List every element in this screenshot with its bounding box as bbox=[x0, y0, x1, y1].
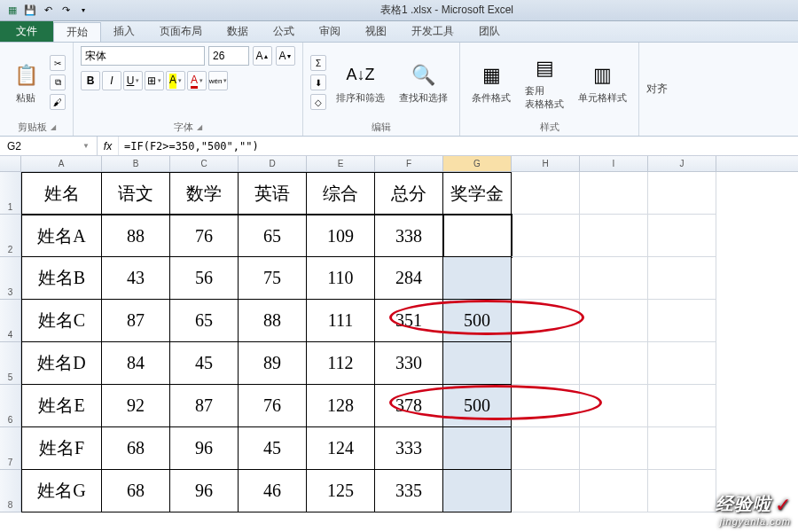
cell[interactable] bbox=[512, 385, 580, 427]
font-name-select[interactable] bbox=[81, 46, 205, 66]
cell[interactable]: 96 bbox=[170, 470, 239, 512]
cell[interactable] bbox=[648, 300, 716, 342]
cell[interactable] bbox=[580, 427, 648, 470]
cell[interactable]: 87 bbox=[102, 300, 170, 342]
cell[interactable]: 76 bbox=[239, 385, 307, 427]
cell[interactable]: 45 bbox=[170, 342, 239, 385]
tab-file[interactable]: 文件 bbox=[0, 21, 53, 42]
col-header[interactable]: C bbox=[170, 156, 239, 171]
col-header[interactable]: H bbox=[512, 156, 580, 171]
cell[interactable]: 500 bbox=[443, 300, 512, 342]
cell[interactable]: 语文 bbox=[102, 172, 170, 215]
cell[interactable] bbox=[648, 385, 716, 427]
cell[interactable] bbox=[580, 172, 648, 215]
bold-button[interactable]: B bbox=[81, 71, 100, 90]
cell[interactable] bbox=[512, 470, 580, 512]
cell[interactable]: 284 bbox=[375, 257, 443, 300]
cond-format-button[interactable]: ▦ 条件格式 bbox=[467, 59, 515, 107]
undo-icon[interactable]: ↶ bbox=[41, 4, 55, 18]
cell[interactable]: 姓名A bbox=[21, 215, 102, 257]
clear-icon[interactable]: ◇ bbox=[310, 94, 326, 110]
fx-icon[interactable]: fx bbox=[98, 137, 119, 155]
fill-icon[interactable]: ⬇ bbox=[310, 74, 326, 90]
cell[interactable]: 124 bbox=[307, 427, 375, 470]
cell[interactable] bbox=[512, 257, 580, 300]
row-header[interactable]: 1 bbox=[0, 172, 21, 215]
cell[interactable]: 111 bbox=[307, 300, 375, 342]
cell[interactable] bbox=[648, 257, 716, 300]
cell[interactable] bbox=[512, 300, 580, 342]
cell[interactable]: 89 bbox=[239, 342, 307, 385]
cell[interactable] bbox=[443, 257, 512, 300]
cell[interactable] bbox=[443, 342, 512, 385]
row-header[interactable]: 4 bbox=[0, 300, 21, 342]
cell[interactable] bbox=[512, 427, 580, 470]
col-header[interactable]: G bbox=[443, 156, 512, 171]
redo-icon[interactable]: ↷ bbox=[59, 4, 73, 18]
cell[interactable]: 总分 bbox=[375, 172, 443, 215]
cell[interactable]: 68 bbox=[102, 427, 170, 470]
sort-filter-button[interactable]: A↓Z 排序和筛选 bbox=[332, 59, 389, 107]
formula-input[interactable] bbox=[119, 140, 798, 153]
cell[interactable]: 姓名D bbox=[21, 342, 102, 385]
tab-data[interactable]: 数据 bbox=[215, 21, 261, 42]
row-header[interactable]: 5 bbox=[0, 342, 21, 385]
cell[interactable]: 英语 bbox=[239, 172, 307, 215]
cell[interactable]: 65 bbox=[239, 215, 307, 257]
autosum-icon[interactable]: Σ bbox=[310, 55, 326, 71]
grow-font-icon[interactable]: A▲ bbox=[253, 46, 272, 66]
col-header[interactable]: E bbox=[307, 156, 375, 171]
cell[interactable]: 92 bbox=[102, 385, 170, 427]
cell[interactable]: 75 bbox=[239, 257, 307, 300]
cell[interactable]: 109 bbox=[307, 215, 375, 257]
cell[interactable] bbox=[648, 172, 716, 215]
shrink-font-icon[interactable]: A▼ bbox=[276, 46, 295, 66]
table-format-button[interactable]: ▤ 套用 表格格式 bbox=[520, 51, 568, 113]
border-button[interactable]: ⊞▾ bbox=[145, 71, 164, 90]
cell[interactable]: 128 bbox=[307, 385, 375, 427]
copy-icon[interactable]: ⧉ bbox=[50, 74, 66, 90]
select-all-corner[interactable] bbox=[0, 156, 21, 171]
qat-more-icon[interactable]: ▾ bbox=[76, 4, 90, 18]
cell[interactable] bbox=[512, 172, 580, 215]
tab-formulas[interactable]: 公式 bbox=[261, 21, 307, 42]
cell[interactable]: 43 bbox=[102, 257, 170, 300]
ribbon-overflow[interactable]: 对齐 bbox=[639, 43, 675, 136]
cell[interactable]: 500 bbox=[443, 385, 512, 427]
row-header[interactable]: 3 bbox=[0, 257, 21, 300]
cell[interactable]: 330 bbox=[375, 342, 443, 385]
cell[interactable] bbox=[648, 342, 716, 385]
cell[interactable]: 姓名G bbox=[21, 470, 102, 512]
cell[interactable] bbox=[512, 342, 580, 385]
cell[interactable] bbox=[648, 470, 716, 512]
cell[interactable] bbox=[580, 342, 648, 385]
cell[interactable]: 333 bbox=[375, 427, 443, 470]
row-header[interactable]: 8 bbox=[0, 470, 21, 512]
col-header[interactable]: A bbox=[21, 156, 102, 171]
cell[interactable]: 76 bbox=[170, 215, 239, 257]
cell[interactable] bbox=[580, 470, 648, 512]
paste-button[interactable]: 📋 粘贴 bbox=[7, 59, 44, 107]
cell[interactable] bbox=[648, 427, 716, 470]
cell[interactable]: 351 bbox=[375, 300, 443, 342]
cell[interactable]: 56 bbox=[170, 257, 239, 300]
cell[interactable]: 46 bbox=[239, 470, 307, 512]
cell[interactable]: 65 bbox=[170, 300, 239, 342]
col-header[interactable]: B bbox=[102, 156, 170, 171]
tab-layout[interactable]: 页面布局 bbox=[147, 21, 215, 42]
italic-button[interactable]: I bbox=[102, 71, 121, 90]
cell[interactable]: 综合 bbox=[307, 172, 375, 215]
cell[interactable]: 112 bbox=[307, 342, 375, 385]
cell[interactable] bbox=[443, 470, 512, 512]
format-painter-icon[interactable]: 🖌 bbox=[50, 94, 66, 110]
cell[interactable]: 姓名C bbox=[21, 300, 102, 342]
tab-devtools[interactable]: 开发工具 bbox=[399, 21, 466, 42]
phonetic-button[interactable]: wén▾ bbox=[208, 71, 228, 90]
cell[interactable]: 88 bbox=[239, 300, 307, 342]
tab-view[interactable]: 视图 bbox=[353, 21, 399, 42]
cell[interactable]: 姓名F bbox=[21, 427, 102, 470]
cell[interactable]: 奖学金 bbox=[443, 172, 512, 215]
cell[interactable]: 姓名B bbox=[21, 257, 102, 300]
cell[interactable] bbox=[648, 215, 716, 257]
dialog-launcher-icon[interactable]: ◢ bbox=[51, 123, 56, 131]
